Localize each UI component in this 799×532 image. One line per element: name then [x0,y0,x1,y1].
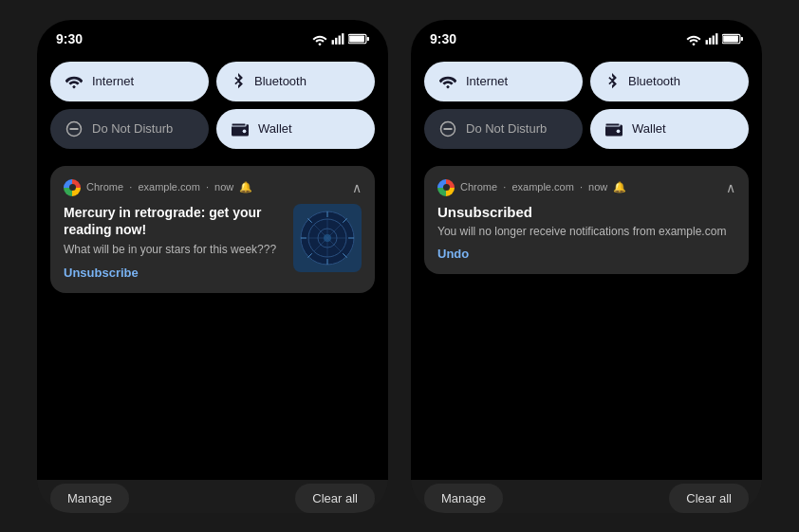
svg-point-40 [617,129,621,133]
status-time-1: 9:30 [56,31,83,46]
signal-icon-2 [705,32,718,46]
quick-settings-2: Internet Bluetooth Do Not Disturb Wallet [411,54,762,162]
svg-rect-29 [706,40,708,45]
notif-app-2: Chrome · example.com · now 🔔 [460,181,626,193]
battery-icon-2 [722,33,743,45]
wifi-icon-2 [439,74,456,89]
bluetooth-icon-2 [605,73,619,90]
wallet-label-2: Wallet [632,121,666,136]
svg-rect-5 [349,35,364,42]
notif-content-1: Mercury in retrograde: get your reading … [64,204,362,280]
phone-after: 9:30 Internet Bluetooth Do Not Disturb [411,20,762,513]
notification-card-1: Chrome · example.com · now 🔔 ∧ Mercury i… [50,166,375,293]
manage-button-1[interactable]: Manage [50,484,129,513]
notification-area-2: Chrome · example.com · now 🔔 ∧ Unsubscri… [411,162,762,480]
wifi-icon [65,74,83,89]
svg-rect-3 [342,33,344,45]
status-bar-1: 9:30 [37,20,388,54]
notif-collapse-2[interactable]: ∧ [726,180,735,195]
wifi-status-icon-2 [686,32,701,46]
svg-rect-1 [335,37,337,44]
clear-all-button-2[interactable]: Clear all [669,484,749,513]
notif-header-2: Chrome · example.com · now 🔔 ∧ [437,179,735,196]
battery-icon [348,33,369,45]
wallet-icon-2 [605,121,622,137]
dnd-label-1: Do Not Disturb [92,121,173,136]
bluetooth-label-2: Bluetooth [628,74,680,88]
svg-rect-0 [332,40,334,45]
bluetooth-icon-1 [232,73,245,90]
chrome-icon-2 [437,179,455,196]
svg-rect-11 [232,123,246,126]
bluetooth-tile-2[interactable]: Bluetooth [590,62,749,101]
notif-meta-2: Chrome · example.com · now 🔔 [437,179,626,196]
status-icons-1 [312,32,369,46]
internet-label-2: Internet [466,74,508,88]
notif-action-1[interactable]: Unsubscribe [64,266,284,280]
notif-thumbnail-1 [293,204,362,272]
wallet-label-1: Wallet [258,121,292,136]
chrome-icon-1 [64,179,81,196]
notification-area-1: Chrome · example.com · now 🔔 ∧ Mercury i… [37,162,388,480]
svg-rect-31 [713,35,715,44]
notif-actions-bar-2: Manage Clear all [411,484,762,513]
wallet-icon-1 [232,121,249,137]
dnd-tile-2[interactable]: Do Not Disturb [424,109,583,149]
notif-text-col-1: Mercury in retrograde: get your reading … [64,204,284,280]
notif-actions-bar-1: Manage Clear all [37,484,388,513]
notif-body-2: You will no longer receive notifications… [437,224,735,240]
notification-card-2: Chrome · example.com · now 🔔 ∧ Unsubscri… [424,166,749,275]
quick-settings-1: Internet Bluetooth Do Not Disturb Wallet [37,54,388,162]
phone-before: 9:30 Internet Bluetooth Do No [37,20,388,513]
svg-rect-35 [741,37,743,41]
notif-undo-2[interactable]: Undo [437,247,735,261]
notif-app-1: Chrome · example.com · now 🔔 [86,181,252,193]
dnd-icon-1 [65,120,83,138]
internet-label-1: Internet [92,74,134,88]
status-time-2: 9:30 [430,31,456,46]
wallet-tile-1[interactable]: Wallet [216,109,375,149]
svg-rect-2 [339,35,341,44]
svg-rect-39 [605,123,620,126]
notif-header-1: Chrome · example.com · now 🔔 ∧ [64,179,362,196]
svg-rect-34 [723,35,738,42]
svg-point-12 [243,129,247,133]
dnd-icon-2 [439,120,456,138]
notif-meta-1: Chrome · example.com · now 🔔 [64,179,252,196]
notif-collapse-1[interactable]: ∧ [352,180,362,195]
status-bar-2: 9:30 [411,20,762,54]
signal-icon [331,32,344,46]
notif-title-1: Mercury in retrograde: get your reading … [64,204,284,238]
svg-rect-6 [367,37,369,41]
wallet-tile-2[interactable]: Wallet [590,109,749,149]
svg-rect-32 [715,33,717,45]
dnd-tile-1[interactable]: Do Not Disturb [50,109,209,149]
internet-tile-1[interactable]: Internet [50,62,209,101]
bluetooth-tile-1[interactable]: Bluetooth [216,62,375,101]
notif-title-2: Unsubscribed [437,204,735,220]
dnd-label-2: Do Not Disturb [466,121,547,136]
wifi-status-icon [312,32,327,46]
manage-button-2[interactable]: Manage [424,484,503,513]
clear-all-button-1[interactable]: Clear all [295,484,375,513]
svg-rect-30 [709,37,711,44]
bluetooth-label-1: Bluetooth [254,74,307,88]
status-icons-2 [686,32,743,46]
notif-body-1: What will be in your stars for this week… [64,242,284,258]
internet-tile-2[interactable]: Internet [424,62,583,101]
